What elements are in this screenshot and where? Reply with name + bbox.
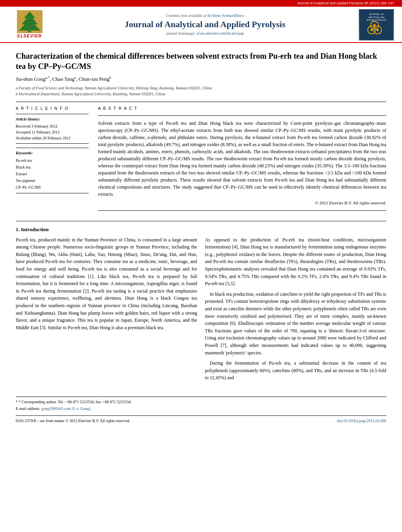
elsevier-logo-section: ELSEVIER — [8, 10, 51, 39]
page-wrapper: Journal of Analytical and Applied Pyroly… — [0, 0, 402, 432]
footnote-corresponding: * * Corresponding author. Tel.: +86 871 … — [16, 399, 386, 405]
intro-col2-p2: In black tea production, oxidation of ca… — [205, 291, 387, 356]
intro-col2-p1: As opposed to the production of Pu-erh t… — [205, 236, 387, 287]
author-chao: , Chao Tang — [50, 76, 74, 82]
svg-point-11 — [376, 29, 379, 31]
abstract-copyright: © 2012 Elsevier B.V. All rights reserved… — [98, 200, 386, 206]
intro-heading: 1. Introduction — [16, 226, 386, 233]
received-date: Received 3 February 2012 — [16, 123, 89, 129]
elsevier-logo: ELSEVIER — [17, 10, 43, 39]
article-history-box: Article history: Received 3 February 201… — [16, 114, 89, 144]
intro-col2-p3: During the fermentation of Pu-erh tea, a… — [205, 360, 387, 382]
available-date: Available online 20 February 2012 — [16, 135, 89, 141]
article-title: Characterization of the chemical differe… — [16, 51, 386, 71]
intro-number: 1. — [16, 226, 20, 232]
author-chun-sup: b — [109, 76, 111, 80]
article-content: Characterization of the chemical differe… — [0, 43, 402, 432]
footer-doi[interactable]: doi:10.1016/j.jaap.2012.02.006 — [337, 418, 386, 424]
homepage-link[interactable]: www.elsevier.com/locate/jaap — [196, 31, 244, 35]
history-label: Article history: — [16, 117, 89, 122]
journal-header-center: Contents lists available at SciVerse Sci… — [51, 13, 359, 36]
affiliation-b: b Horticultural Department, Yunnan Agric… — [16, 91, 386, 97]
abstract-divider-top — [98, 115, 386, 116]
sciverse-text: Contents lists available at — [166, 13, 206, 18]
footer-copyright: 0165-2370/$ – see front matter © 2012 El… — [16, 418, 130, 424]
author-chun: , Chun-xiu Peng — [76, 76, 109, 82]
elsevier-label: ELSEVIER — [17, 33, 42, 39]
article-info-column: A R T I C L E I N F O Article history: R… — [16, 106, 89, 214]
footnote-email-value[interactable]: gong1990163.com (J.-s. Gong). — [41, 406, 91, 411]
keywords-label: Keywords: — [16, 150, 89, 156]
keyword-3: Extract — [16, 171, 89, 177]
affiliation-a: a Faculty of Food Science and Technology… — [16, 85, 386, 91]
divider-after-affiliations — [16, 102, 386, 102]
svg-text:JOURNAL OF: JOURNAL OF — [369, 13, 384, 15]
abstract-label: A B S T R A C T — [98, 106, 386, 111]
abstract-text: Solvent extracts from a type of Pu-erh t… — [98, 120, 386, 198]
keyword-2: Black tea — [16, 164, 89, 171]
main-body: 1. Introduction Pu-erh tea, produced mai… — [16, 221, 386, 424]
journal-citation-text: Journal of Analytical and Applied Pyroly… — [297, 1, 394, 5]
intro-two-col: Pu-erh tea, produced mainly in the Yunna… — [16, 236, 386, 385]
author-jia-sup: a,* — [45, 76, 50, 80]
footnote-email-label: E-mail address: — [16, 406, 40, 411]
author-jia: Jia-shun Gong — [16, 76, 45, 82]
journal-header: ELSEVIER Contents lists available at Sci… — [0, 7, 402, 43]
info-abstract-section: A R T I C L E I N F O Article history: R… — [16, 106, 386, 214]
svg-text:APPLIED PYROLYSIS: APPLIED PYROLYSIS — [366, 19, 386, 21]
affiliations: a Faculty of Food Science and Technology… — [16, 85, 386, 97]
footer-bar: 0165-2370/$ – see front matter © 2012 El… — [16, 415, 386, 424]
footnote-corresponding-text: * Corresponding author. Tel.: +86 871 52… — [19, 400, 132, 404]
journal-title: Journal of Analytical and Applied Pyroly… — [57, 19, 353, 30]
keyword-5: CP–Py–GC/MS — [16, 184, 89, 191]
footnote-email: E-mail address: gong1990163.com (J.-s. G… — [16, 406, 386, 412]
journal-logo-icon: JOURNAL OF ANALYTICAL AND APPLIED PYROLY… — [360, 9, 393, 40]
sciverse-link[interactable]: SciVerse ScienceDirect — [207, 13, 244, 18]
journal-logo-right: JOURNAL OF ANALYTICAL AND APPLIED PYROLY… — [359, 9, 394, 41]
elsevier-tree-icon — [17, 10, 43, 33]
article-footer: * * Corresponding author. Tel.: +86 871 … — [16, 397, 386, 424]
keyword-4: Tea pigment — [16, 177, 89, 184]
keywords-section: Keywords: Pu-erh tea Black tea Extract T… — [16, 148, 89, 193]
intro-col-left: Pu-erh tea, produced mainly in the Yunna… — [16, 236, 197, 385]
footnote-star: * — [16, 400, 19, 404]
body-divider — [16, 221, 386, 221]
abstract-column: A B S T R A C T Solvent extracts from a … — [98, 106, 386, 214]
journal-citation-bar: Journal of Analytical and Applied Pyroly… — [0, 0, 402, 7]
homepage-text: journal homepage: — [166, 31, 196, 35]
intro-title: Introduction — [21, 226, 49, 232]
svg-point-10 — [371, 29, 373, 31]
authors-line: Jia-shun Gonga,*, Chao Tanga, Chun-xiu P… — [16, 75, 386, 83]
accepted-date: Accepted 11 February 2012 — [16, 129, 89, 135]
svg-text:ANALYTICAL AND: ANALYTICAL AND — [368, 16, 385, 19]
intro-col-right: As opposed to the production of Pu-erh t… — [205, 236, 387, 385]
svg-point-12 — [373, 24, 376, 26]
homepage-line: journal homepage: www.elsevier.com/locat… — [57, 31, 353, 36]
keyword-1: Pu-erh tea — [16, 157, 89, 164]
intro-col1-p1: Pu-erh tea, produced mainly in the Yunna… — [16, 236, 197, 332]
abstract-divider-bottom — [98, 210, 386, 211]
sciverse-line: Contents lists available at SciVerse Sci… — [57, 13, 353, 19]
article-info-label: A R T I C L E I N F O — [16, 106, 89, 111]
